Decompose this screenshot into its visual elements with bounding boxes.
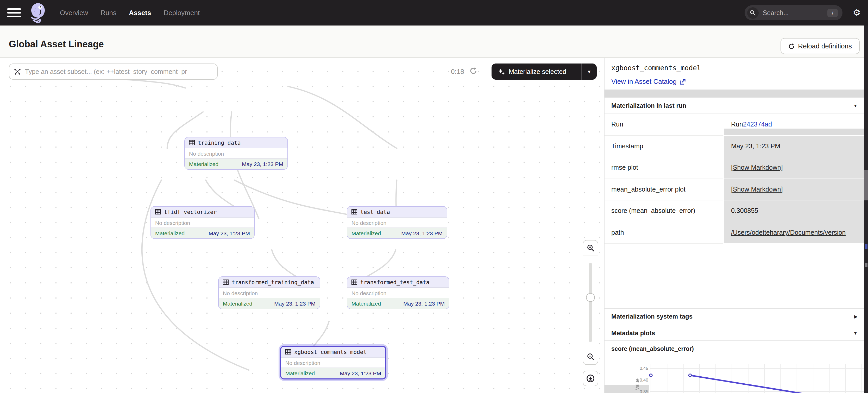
show-markdown-link[interactable]: [Show Markdown] xyxy=(731,164,783,171)
chevron-down-icon: ▼ xyxy=(853,103,858,108)
table-row: Timestamp May 23, 1:23 PM xyxy=(604,136,864,157)
nav-item-overview[interactable]: Overview xyxy=(60,9,88,17)
show-markdown-link[interactable]: [Show Markdown] xyxy=(731,186,783,193)
asset-filter-box xyxy=(9,64,218,79)
asset-name: transformed_test_data xyxy=(360,279,430,285)
materialization-time[interactable]: May 23, 1:23 PM xyxy=(242,161,283,167)
asset-details-panel: xgboost_comments_model View in Asset Cat… xyxy=(604,58,868,393)
row-value: 0.300855 xyxy=(724,200,864,222)
scrollbar-mark xyxy=(865,263,867,267)
asset-node-transformed-training-data[interactable]: transformed_training_data No description… xyxy=(218,276,320,309)
window-edge-scrollbar[interactable] xyxy=(864,26,868,393)
zoom-slider-track[interactable] xyxy=(589,263,592,342)
reload-definitions-button[interactable]: Reload definitions xyxy=(780,38,860,54)
zoom-slider[interactable] xyxy=(583,256,598,349)
asset-name: test_data xyxy=(360,209,390,215)
row-key: Timestamp xyxy=(604,136,723,157)
nav-item-runs[interactable]: Runs xyxy=(100,9,116,17)
page-header: Global Asset Lineage Reload definitions xyxy=(0,26,868,58)
external-link-icon xyxy=(679,78,685,85)
row-key: mean_absolute_error plot xyxy=(604,179,723,200)
row-value: [Show Markdown] xyxy=(724,179,864,200)
asset-description: No description xyxy=(185,149,287,159)
asset-subset-input[interactable] xyxy=(25,68,212,75)
global-search[interactable]: Search... / xyxy=(745,5,842,20)
materialization-time[interactable]: May 23, 1:23 PM xyxy=(340,370,381,376)
run-id-link[interactable]: 242374ad xyxy=(743,121,772,128)
dagster-logo[interactable] xyxy=(28,2,48,23)
row-value: May 23, 1:23 PM xyxy=(724,136,864,157)
status-badge: Materialized xyxy=(351,300,381,306)
nav-item-deployment[interactable]: Deployment xyxy=(163,9,200,17)
scrollbar-mark xyxy=(865,244,867,249)
status-badge: Materialized xyxy=(223,300,252,306)
dagster-app: Overview Runs Assets Deployment Search..… xyxy=(0,0,868,393)
sparkle-icon xyxy=(498,68,505,75)
zoom-slider-thumb[interactable] xyxy=(586,293,595,302)
asset-name: transformed_training_data xyxy=(232,279,314,285)
section-materialization-last-run[interactable]: Materialization in last run ▼ xyxy=(604,97,864,113)
asset-node-tfidf-vectorizer[interactable]: tfidf_vectorizer No description Material… xyxy=(151,206,255,239)
asset-name: training_data xyxy=(198,139,241,146)
table-row: score (mean_absolute_error) 0.300855 xyxy=(604,200,864,222)
table-icon xyxy=(155,209,161,215)
asset-description: No description xyxy=(347,218,447,228)
cell-horizontal-scrollbar[interactable] xyxy=(724,128,864,135)
top-nav: Overview Runs Assets Deployment Search..… xyxy=(0,0,868,26)
materialization-time[interactable]: May 23, 1:23 PM xyxy=(403,300,445,306)
table-icon xyxy=(285,349,291,355)
asset-lineage-canvas[interactable]: 0:18 Materialize selected ▼ training_dat… xyxy=(0,58,604,393)
asset-name: xgboost_comments_model xyxy=(294,349,367,355)
score-line-chart[interactable]: 0.450.400.350.301:20:36 p.m.1:20:48 p.m.… xyxy=(604,356,864,393)
asset-node-xgboost-comments-model[interactable]: xgboost_comments_model No description Ma… xyxy=(280,346,386,380)
status-badge: Materialized xyxy=(155,230,185,236)
section-metadata-plots[interactable]: Metadata plots ▼ xyxy=(604,325,864,341)
asset-node-test-data[interactable]: test_data No description MaterializedMay… xyxy=(347,206,447,239)
path-link[interactable]: /Users/odetteharary/Documents/version xyxy=(731,229,846,236)
materialization-time[interactable]: May 23, 1:23 PM xyxy=(274,300,315,306)
scrollbar-thumb[interactable] xyxy=(864,170,868,200)
table-icon xyxy=(351,280,357,285)
asset-name: tfidf_vectorizer xyxy=(164,209,217,215)
zoom-in-button[interactable] xyxy=(583,240,598,256)
zoom-controls xyxy=(583,240,598,365)
metadata-table: Run Run 242374ad Timestamp May 23, 1:23 … xyxy=(604,114,864,243)
panel-asset-name: xgboost_comments_model xyxy=(611,64,701,72)
table-icon xyxy=(189,140,195,145)
timer-refresh-icon[interactable] xyxy=(470,67,477,74)
settings-gear-icon[interactable]: ⚙ xyxy=(853,8,861,17)
status-badge: Materialized xyxy=(285,370,315,376)
search-icon xyxy=(747,7,758,19)
row-value: /Users/odetteharary/Documents/version xyxy=(724,222,864,243)
download-icon xyxy=(586,374,595,383)
row-key: rmse plot xyxy=(604,157,723,179)
materialization-time[interactable]: May 23, 1:23 PM xyxy=(209,230,250,236)
table-icon xyxy=(223,280,228,285)
zoom-out-button[interactable] xyxy=(583,349,598,364)
lineage-edges xyxy=(0,58,604,393)
asset-description: No description xyxy=(347,288,449,298)
asset-node-transformed-test-data[interactable]: transformed_test_data No description Mat… xyxy=(347,276,450,309)
materialize-selected-button[interactable]: Materialize selected ▼ xyxy=(492,64,597,79)
metadata-plot-title: score (mean_absolute_error) xyxy=(611,346,694,352)
search-shortcut-badge: / xyxy=(828,9,838,17)
materialization-time[interactable]: May 23, 1:23 PM xyxy=(401,230,442,236)
download-graph-button[interactable] xyxy=(583,371,598,386)
asset-node-training-data[interactable]: training_data No description Materialize… xyxy=(184,137,288,170)
status-badge: Materialized xyxy=(189,161,218,167)
hamburger-menu-icon[interactable] xyxy=(7,8,21,18)
row-key: path xyxy=(604,222,723,243)
view-in-asset-catalog-link[interactable]: View in Asset Catalog xyxy=(611,77,685,85)
section-materialization-system-tags[interactable]: Materialization system tags ▶ xyxy=(604,308,864,324)
panel-horizontal-scrollbar[interactable] xyxy=(604,90,864,97)
chevron-down-icon: ▼ xyxy=(853,330,858,335)
svg-text:0.35: 0.35 xyxy=(640,389,648,393)
svg-text:0.45: 0.45 xyxy=(640,366,648,371)
asset-graph-icon xyxy=(14,68,21,75)
nav-item-assets[interactable]: Assets xyxy=(129,9,151,17)
row-key: score (mean_absolute_error) xyxy=(604,200,723,222)
asset-description: No description xyxy=(281,358,385,368)
materialize-dropdown-caret[interactable]: ▼ xyxy=(582,69,597,74)
table-row: Run Run 242374ad xyxy=(604,114,864,136)
search-placeholder: Search... xyxy=(763,9,828,17)
